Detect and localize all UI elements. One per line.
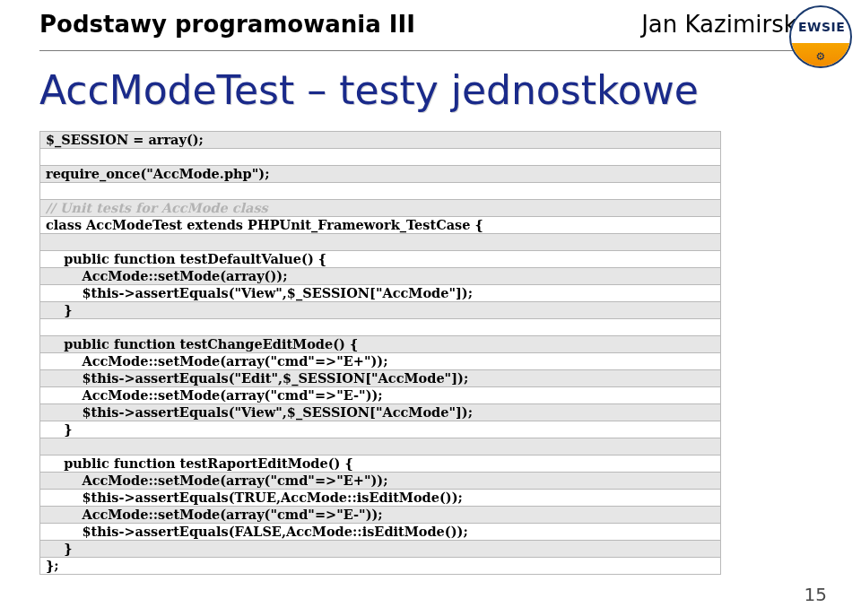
code-line: $this->assertEquals(TRUE,AccMode::isEdit… <box>39 490 721 507</box>
header-divider <box>39 50 822 51</box>
code-line <box>39 183 721 200</box>
code-line <box>39 319 721 336</box>
code-line: public function testRaportEditMode() { <box>39 455 721 473</box>
code-listing: $_SESSION = array(); require_once("AccMo… <box>39 131 721 575</box>
code-line: $this->assertEquals(FALSE,AccMode::isEdi… <box>39 524 721 541</box>
code-line: require_once("AccMode.php"); <box>39 166 721 183</box>
slide-header: Podstawy programowania III Jan Kazimirsk… <box>39 11 822 38</box>
code-line: $this->assertEquals("View",$_SESSION["Ac… <box>39 404 721 421</box>
code-line: AccMode::setMode(array("cmd"=>"E+")); <box>39 473 721 490</box>
code-line: // Unit tests for AccMode class <box>39 200 721 217</box>
code-line: $this->assertEquals("Edit",$_SESSION["Ac… <box>39 370 721 387</box>
code-line: AccMode::setMode(array("cmd"=>"E+")); <box>39 353 721 370</box>
code-line: AccMode::setMode(array()); <box>39 268 721 285</box>
code-line: $_SESSION = array(); <box>39 131 721 149</box>
school-logo: EWSIE ⚙ <box>789 5 852 68</box>
code-line: class AccModeTest extends PHPUnit_Framew… <box>39 217 721 234</box>
code-line <box>39 438 721 455</box>
page-number: 15 <box>804 584 827 605</box>
code-line: } <box>39 541 721 558</box>
code-line <box>39 234 721 251</box>
code-line: AccMode::setMode(array("cmd"=>"E-")); <box>39 507 721 524</box>
gear-icon: ⚙ <box>816 50 826 63</box>
code-line: $this->assertEquals("View",$_SESSION["Ac… <box>39 285 721 302</box>
code-line <box>39 149 721 166</box>
code-line: public function testChangeEditMode() { <box>39 336 721 353</box>
logo-abbr: EWSIE <box>798 20 843 34</box>
code-line: }; <box>39 558 721 575</box>
code-line: public function testDefaultValue() { <box>39 251 721 268</box>
code-line: } <box>39 421 721 438</box>
slide-title: AccModeTest – testy jednostkowe <box>39 67 822 113</box>
code-line: } <box>39 302 721 319</box>
author-name: Jan Kazimirski <box>641 11 804 38</box>
course-title: Podstawy programowania III <box>39 11 415 38</box>
code-line: AccMode::setMode(array("cmd"=>"E-")); <box>39 387 721 404</box>
